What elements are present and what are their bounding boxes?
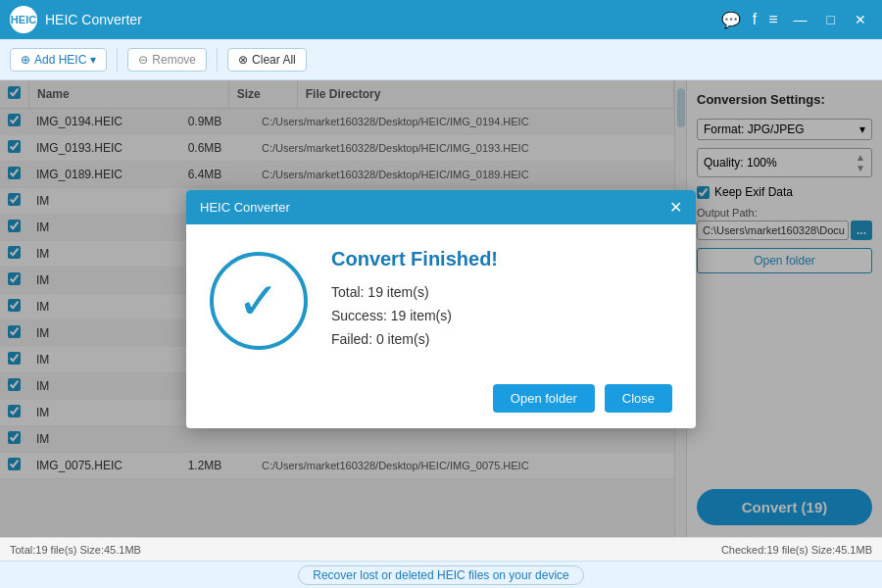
modal-dialog: HEIC Converter ✕ ✓ Convert Finished! Tot… [186, 190, 696, 428]
maximize-button[interactable]: □ [821, 10, 841, 29]
app-title: HEIC Converter [45, 12, 721, 27]
success-icon-area: ✓ [210, 252, 308, 350]
status-bar: Total:19 file(s) Size:45.1MB Checked:19 … [0, 537, 882, 561]
modal-title: HEIC Converter [200, 200, 290, 215]
app-logo: HEIC [10, 6, 37, 33]
minimize-button[interactable]: — [788, 10, 813, 29]
status-right: Checked:19 file(s) Size:45.1MB [721, 544, 872, 556]
modal-close-btn[interactable]: Close [605, 384, 672, 413]
plus-icon: ⊕ [21, 53, 30, 67]
chat-icon[interactable]: 💬 [721, 11, 741, 29]
modal-header: HEIC Converter ✕ [186, 190, 696, 224]
modal-open-folder-button[interactable]: Open folder [493, 384, 595, 413]
modal-heading: Convert Finished! [331, 248, 672, 270]
modal-content: Convert Finished! Total: 19 item(s) Succ… [331, 248, 672, 355]
toolbar-separator [117, 48, 118, 72]
close-button[interactable]: ✕ [849, 10, 872, 29]
modal-body: ✓ Convert Finished! Total: 19 item(s) Su… [186, 224, 696, 374]
dropdown-arrow-icon[interactable]: ▾ [90, 53, 96, 67]
add-heic-button[interactable]: ⊕ Add HEIC ▾ [10, 48, 107, 72]
remove-label: Remove [152, 53, 196, 67]
menu-icon[interactable]: ≡ [768, 11, 777, 28]
facebook-icon[interactable]: f [753, 11, 757, 28]
success-circle: ✓ [210, 252, 308, 350]
title-bar-icons: 💬 f ≡ [721, 11, 778, 29]
modal-close-button[interactable]: ✕ [669, 198, 682, 217]
bottom-bar: Recover lost or deleted HEIC files on yo… [0, 561, 882, 588]
toolbar: ⊕ Add HEIC ▾ ⊖ Remove ⊗ Clear All [0, 39, 882, 80]
checkmark-icon: ✓ [237, 275, 280, 326]
clear-all-button[interactable]: ⊗ Clear All [227, 48, 307, 72]
title-bar: HEIC HEIC Converter 💬 f ≡ — □ ✕ [0, 0, 882, 39]
clear-icon: ⊗ [238, 53, 248, 67]
modal-overlay: HEIC Converter ✕ ✓ Convert Finished! Tot… [0, 80, 882, 537]
toolbar-separator-2 [217, 48, 218, 72]
clear-all-label: Clear All [252, 53, 296, 67]
status-left: Total:19 file(s) Size:45.1MB [10, 544, 141, 556]
recover-link[interactable]: Recover lost or deleted HEIC files on yo… [298, 565, 583, 585]
remove-button[interactable]: ⊖ Remove [127, 48, 207, 72]
modal-total: Total: 19 item(s) [331, 284, 672, 300]
modal-footer: Open folder Close [186, 374, 696, 428]
modal-failed: Failed: 0 item(s) [331, 331, 672, 347]
modal-success: Success: 19 item(s) [331, 308, 672, 323]
minus-icon: ⊖ [138, 53, 148, 67]
add-heic-label: Add HEIC [34, 53, 86, 67]
window-controls: — □ ✕ [788, 10, 872, 29]
